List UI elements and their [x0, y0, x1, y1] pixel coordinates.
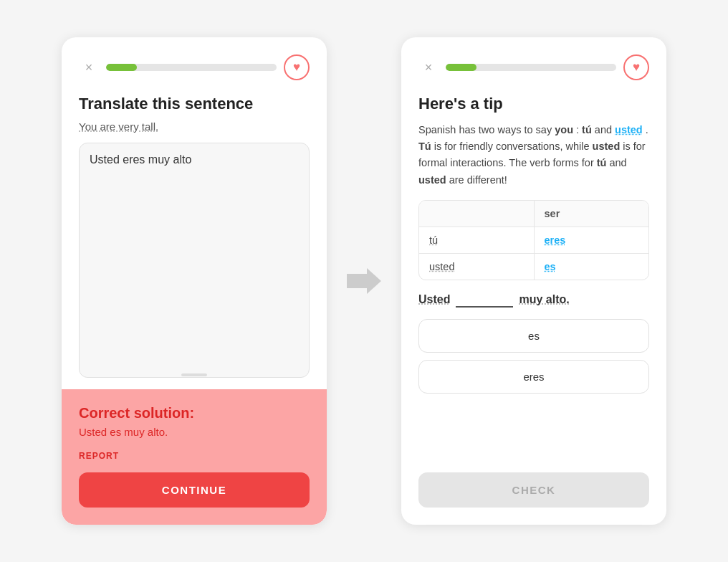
choice-eres-button[interactable]: eres — [418, 360, 649, 394]
right-heart-badge: ♥ — [623, 54, 649, 80]
right-card: × ♥ Here's a tip Spanish has two ways to… — [401, 37, 666, 525]
table-eres-value: eres — [535, 227, 649, 253]
right-progress-fill — [446, 64, 476, 71]
correct-title: Correct solution: — [79, 405, 310, 422]
svg-marker-0 — [347, 268, 381, 294]
fill-word1: Usted — [418, 293, 450, 306]
conjugation-table: ser tú eres usted es — [418, 200, 649, 280]
scene: × ♥ Translate this sentence You are very… — [0, 0, 728, 562]
fill-blank — [456, 293, 513, 308]
table-es-value: es — [535, 254, 649, 280]
table-row-tu: tú eres — [419, 227, 648, 254]
table-row-usted: usted es — [419, 254, 648, 280]
report-link[interactable]: REPORT — [79, 451, 310, 461]
left-subtitle: You are very tall. — [79, 120, 310, 133]
fill-word2: muy alto. — [519, 293, 569, 306]
correct-solution-panel: Correct solution: Usted es muy alto. REP… — [62, 389, 327, 525]
right-progress-bar — [446, 64, 616, 71]
left-heart-badge: ♥ — [284, 54, 310, 80]
left-header: × ♥ — [79, 54, 310, 80]
table-usted-label: usted — [419, 254, 535, 280]
right-card-footer: CHECK — [401, 472, 666, 525]
left-card: × ♥ Translate this sentence You are very… — [62, 37, 327, 525]
left-progress-fill — [106, 64, 137, 71]
table-tu-label: tú — [419, 227, 535, 253]
check-button[interactable]: CHECK — [418, 472, 649, 508]
table-header-row: ser — [419, 201, 648, 227]
left-progress-bar — [106, 64, 277, 71]
left-close-button[interactable]: × — [79, 57, 99, 77]
drag-handle — [181, 373, 207, 376]
tip-title: Here's a tip — [418, 95, 649, 113]
arrow-container — [347, 268, 381, 294]
right-header: × ♥ — [418, 54, 649, 80]
fill-sentence: Usted muy alto. — [418, 293, 649, 308]
table-col2-header: ser — [535, 201, 649, 227]
answer-box: Usted eres muy alto — [79, 143, 310, 378]
correct-solution-text: Usted es muy alto. — [79, 426, 310, 438]
choice-es-button[interactable]: es — [418, 319, 649, 353]
arrow-right-icon — [347, 268, 381, 294]
table-col1-header — [419, 201, 535, 227]
right-close-button[interactable]: × — [418, 57, 439, 77]
continue-button[interactable]: CONTINUE — [79, 472, 310, 508]
left-instruction-title: Translate this sentence — [79, 95, 310, 113]
tip-text: Spanish has two ways to say you : tú and… — [418, 122, 649, 189]
